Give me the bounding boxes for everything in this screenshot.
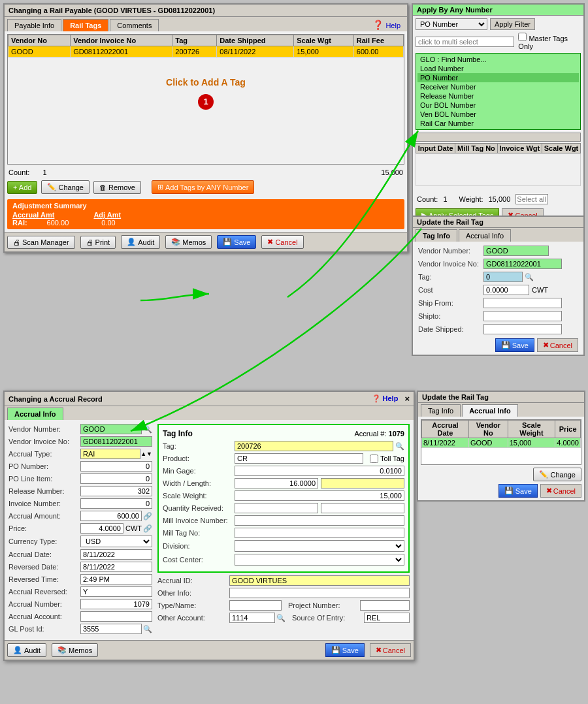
width-box-field[interactable] bbox=[321, 478, 404, 488]
release-number-field[interactable] bbox=[80, 486, 152, 496]
number-type-dropdown[interactable]: GLO : Find Numbe... Load Number PO Numbe… bbox=[416, 53, 581, 130]
add-tags-any-number-button[interactable]: ⊞ Add Tags by ANY Number bbox=[152, 180, 254, 194]
product-field[interactable] bbox=[235, 453, 363, 464]
accrual-amount-field[interactable] bbox=[80, 511, 142, 521]
tag-field[interactable] bbox=[483, 272, 523, 282]
find-number-input[interactable] bbox=[416, 37, 514, 47]
width-length-field[interactable] bbox=[235, 478, 318, 488]
accrual-vendor-number[interactable] bbox=[80, 424, 142, 434]
lower-change-button[interactable]: ✏️ Change bbox=[533, 468, 581, 481]
audit-button[interactable]: 👤 Audit bbox=[121, 235, 160, 249]
date-shipped-field[interactable] bbox=[483, 324, 562, 334]
mill-tag-no-field[interactable] bbox=[235, 528, 404, 538]
type-name-field[interactable] bbox=[229, 600, 282, 611]
toll-tag-checkbox[interactable] bbox=[370, 455, 378, 463]
tab-rail-tags[interactable]: Rail Tags bbox=[63, 19, 108, 31]
lower-tab-accrual-info[interactable]: Accrual Info bbox=[462, 404, 518, 417]
accrual-cancel-button[interactable]: ✖ Cancel bbox=[370, 643, 411, 657]
rail-tag-save-button[interactable]: 💾 Save bbox=[495, 338, 534, 352]
option-rail-car[interactable]: Rail Car Number bbox=[417, 119, 579, 128]
accrual-memos-button[interactable]: 📚 Memos bbox=[52, 643, 98, 657]
po-line-item-field[interactable] bbox=[80, 473, 152, 484]
cost-center-select[interactable] bbox=[235, 554, 404, 566]
memos-button[interactable]: 📚 Memos bbox=[165, 235, 212, 249]
invoice-number-field[interactable] bbox=[80, 498, 152, 509]
shipto-field[interactable] bbox=[483, 311, 562, 321]
rail-tag-cancel-button[interactable]: ✖ Cancel bbox=[537, 338, 578, 352]
min-gage-field[interactable] bbox=[235, 466, 404, 476]
po-number-field[interactable] bbox=[80, 461, 152, 472]
lower-table-row[interactable]: 8/11/2022 GOOD 15,000 4.0000 bbox=[422, 438, 581, 448]
table-row[interactable]: GOOD GD08112022001 200726 08/11/2022 15,… bbox=[8, 46, 404, 57]
master-tags-checkbox[interactable] bbox=[518, 33, 527, 41]
project-number-field[interactable] bbox=[360, 600, 410, 611]
other-info-field[interactable] bbox=[229, 588, 410, 598]
quantity-received-field[interactable] bbox=[235, 503, 318, 513]
accrual-audit-button[interactable]: 👤 Audit bbox=[7, 643, 46, 657]
accrual-account-field[interactable] bbox=[80, 611, 152, 622]
accrual-close-button[interactable]: × bbox=[404, 394, 410, 404]
apply-by-select[interactable]: PO Number bbox=[416, 18, 487, 30]
click-add-tag[interactable]: Click to Add A Tag bbox=[8, 57, 404, 94]
accrual-amount-icon[interactable]: 🔗 bbox=[143, 512, 152, 520]
gl-post-id-field[interactable] bbox=[80, 624, 142, 634]
quantity-received-box2[interactable] bbox=[321, 503, 404, 513]
tab-accrual-info[interactable]: Accrual Info bbox=[459, 229, 511, 242]
print-button[interactable]: 🖨 Print bbox=[80, 236, 116, 249]
currency-type-select[interactable]: USD bbox=[80, 536, 152, 547]
lower-cancel-button[interactable]: ✖ Cancel bbox=[540, 484, 581, 498]
accrual-tab-info[interactable]: Accrual Info bbox=[7, 408, 63, 420]
option-glo-find[interactable]: GLO : Find Numbe... bbox=[417, 55, 579, 64]
other-account-field[interactable] bbox=[229, 613, 275, 623]
help-link[interactable]: ❓ Help bbox=[368, 18, 404, 31]
price-icon[interactable]: 🔗 bbox=[143, 524, 152, 533]
option-release-number[interactable]: Release Number bbox=[417, 91, 579, 101]
option-ven-bol[interactable]: Ven BOL Number bbox=[417, 110, 579, 119]
scan-manager-button[interactable]: 🖨 Scan Manager bbox=[7, 236, 75, 249]
price-field[interactable] bbox=[80, 523, 123, 534]
accrual-number-field[interactable] bbox=[80, 599, 152, 609]
accrual-date-field[interactable] bbox=[80, 549, 152, 560]
option-po-num[interactable]: PO Number bbox=[417, 73, 579, 82]
search-icon[interactable]: 🔍 bbox=[525, 273, 534, 281]
gl-post-search-icon[interactable]: 🔍 bbox=[143, 625, 152, 633]
accrual-type-spin-down[interactable]: ▼ bbox=[146, 451, 152, 457]
tag-info-tag-field[interactable] bbox=[235, 441, 393, 451]
reversed-time-field[interactable] bbox=[80, 574, 152, 584]
accrual-id-field[interactable] bbox=[229, 575, 410, 586]
reversed-date-field[interactable] bbox=[80, 562, 152, 572]
division-select[interactable] bbox=[235, 540, 404, 552]
add-button[interactable]: + Add bbox=[7, 181, 37, 194]
select-all-input[interactable] bbox=[515, 194, 548, 204]
option-receiver-number[interactable]: Receiver Number bbox=[417, 82, 579, 91]
lower-save-button[interactable]: 💾 Save bbox=[498, 484, 538, 498]
source-of-entry-field[interactable] bbox=[364, 613, 410, 623]
accrual-vendor-search-icon[interactable]: 🔍 bbox=[143, 425, 152, 434]
horizontal-scrollbar[interactable] bbox=[416, 133, 581, 142]
accrual-type-spin-up[interactable]: ▲ bbox=[140, 451, 146, 457]
save-button[interactable]: 💾 Save bbox=[217, 235, 256, 249]
accrual-help[interactable]: ❓ Help bbox=[372, 394, 399, 403]
cancel-button[interactable]: ✖ Cancel bbox=[261, 235, 303, 249]
tab-tag-info[interactable]: Tag Info bbox=[416, 229, 457, 242]
remove-button[interactable]: 🗑 Remove bbox=[93, 181, 141, 194]
option-load-number[interactable]: Load Number bbox=[417, 64, 579, 73]
scale-weight-field[interactable] bbox=[235, 490, 404, 501]
accrual-save-button[interactable]: 💾 Save bbox=[325, 643, 365, 657]
vendor-invoice-field[interactable] bbox=[483, 259, 562, 269]
other-account-search-icon[interactable]: 🔍 bbox=[276, 614, 286, 622]
option-our-bol[interactable]: Our BOL Number bbox=[417, 101, 579, 110]
vendor-number-field[interactable] bbox=[483, 246, 549, 256]
tab-comments[interactable]: Comments bbox=[110, 19, 159, 31]
cost-field[interactable] bbox=[483, 285, 529, 295]
change-button[interactable]: ✏️ Change bbox=[41, 180, 90, 194]
lower-tab-tag-info[interactable]: Tag Info bbox=[421, 404, 461, 417]
accrual-type-field[interactable] bbox=[80, 449, 140, 459]
tag-search-icon[interactable]: 🔍 bbox=[395, 442, 404, 451]
ship-from-field[interactable] bbox=[483, 298, 562, 308]
tab-payable-info[interactable]: Payable Info bbox=[7, 19, 61, 31]
apply-filter-button[interactable]: Apply Filter bbox=[490, 18, 535, 30]
accrual-vendor-invoice[interactable] bbox=[80, 436, 152, 447]
accrual-reversed-field[interactable] bbox=[80, 586, 152, 597]
mill-invoice-field[interactable] bbox=[235, 515, 404, 526]
